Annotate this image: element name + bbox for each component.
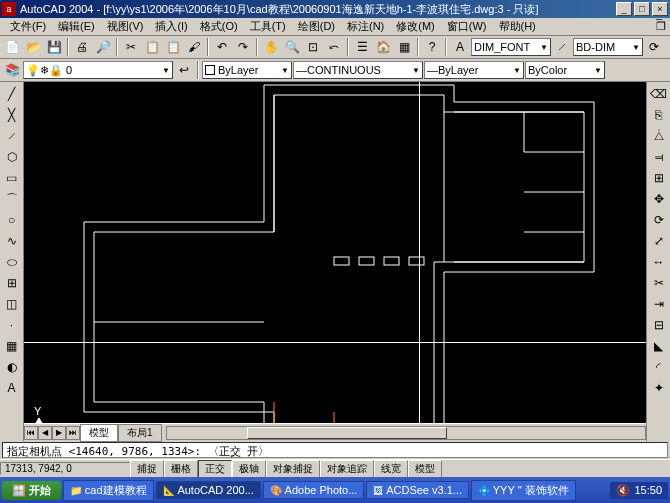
point-icon[interactable]: · xyxy=(2,315,22,335)
save-icon[interactable] xyxy=(44,37,64,57)
match-icon[interactable]: 🖌 xyxy=(184,37,204,57)
layer-dropdown[interactable]: 💡❄🔒 0▼ xyxy=(23,61,173,79)
offset-icon[interactable]: ⫤ xyxy=(649,147,669,167)
break-icon[interactable]: ⊟ xyxy=(649,315,669,335)
dim-update-icon[interactable]: ⟳ xyxy=(644,37,664,57)
tab-layout1[interactable]: 布局1 xyxy=(118,424,162,442)
maximize-button[interactable]: □ xyxy=(634,2,650,16)
copy-icon[interactable] xyxy=(142,37,162,57)
lineweight-dropdown[interactable]: — ByLayer▼ xyxy=(424,61,524,79)
trim-icon[interactable]: ✂ xyxy=(649,273,669,293)
drawing-canvas[interactable]: X Y xyxy=(24,82,646,423)
menu-help[interactable]: 帮助(H) xyxy=(493,18,542,35)
rotate-icon[interactable]: ⟳ xyxy=(649,210,669,230)
menu-tools[interactable]: 工具(T) xyxy=(244,18,292,35)
copy-object-icon[interactable]: ⎘ xyxy=(649,105,669,125)
taskbar-item-1[interactable]: 📁 cad建模教程 xyxy=(63,480,154,501)
preview-icon[interactable]: 🔎 xyxy=(93,37,113,57)
scale-icon[interactable]: ⤢ xyxy=(649,231,669,251)
fillet-icon[interactable]: ◜ xyxy=(649,357,669,377)
menu-view[interactable]: 视图(V) xyxy=(101,18,150,35)
polygon-icon[interactable]: ⬡ xyxy=(2,147,22,167)
zoom-icon[interactable] xyxy=(282,37,302,57)
dim-icon[interactable]: A xyxy=(450,37,470,57)
ellipse-icon[interactable]: ⬭ xyxy=(2,252,22,272)
layer-prev-icon[interactable]: ↩ xyxy=(174,60,194,80)
layer-manager-icon[interactable]: 📚 xyxy=(2,60,22,80)
menu-insert[interactable]: 插入(I) xyxy=(149,18,193,35)
dim-style-icon[interactable]: ⟋ xyxy=(552,37,572,57)
properties-icon[interactable]: ☰ xyxy=(352,37,372,57)
menu-modify[interactable]: 修改(M) xyxy=(390,18,441,35)
insert-icon[interactable]: ⊞ xyxy=(2,273,22,293)
arc-icon[interactable]: ⌒ xyxy=(2,189,22,209)
region-icon[interactable]: ◐ xyxy=(2,357,22,377)
tab-next-icon[interactable]: ▶ xyxy=(52,426,66,440)
tab-first-icon[interactable]: ⏮ xyxy=(24,426,38,440)
zoom-window-icon[interactable]: ⊡ xyxy=(303,37,323,57)
redo-icon[interactable] xyxy=(233,37,253,57)
ortho-button[interactable]: 正交 xyxy=(198,460,232,478)
doc-minimize-button[interactable]: _ xyxy=(656,8,666,20)
line-icon[interactable]: ╱ xyxy=(2,84,22,104)
mirror-icon[interactable]: ⧊ xyxy=(649,126,669,146)
model-button[interactable]: 模型 xyxy=(408,460,442,478)
otrack-button[interactable]: 对象追踪 xyxy=(320,460,374,478)
pan-icon[interactable] xyxy=(261,37,281,57)
xline-icon[interactable]: ╳ xyxy=(2,105,22,125)
osnap-button[interactable]: 对象捕捉 xyxy=(266,460,320,478)
menu-window[interactable]: 窗口(W) xyxy=(441,18,493,35)
new-icon[interactable] xyxy=(2,37,22,57)
open-icon[interactable] xyxy=(23,37,43,57)
menu-edit[interactable]: 编辑(E) xyxy=(52,18,101,35)
rectangle-icon[interactable]: ▭ xyxy=(2,168,22,188)
tab-model[interactable]: 模型 xyxy=(80,424,118,442)
spline-icon[interactable]: ∿ xyxy=(2,231,22,251)
move-icon[interactable]: ✥ xyxy=(649,189,669,209)
grid-button[interactable]: 栅格 xyxy=(164,460,198,478)
minimize-button[interactable]: _ xyxy=(616,2,632,16)
help-icon[interactable] xyxy=(422,37,442,57)
taskbar-item-4[interactable]: 🖼 ACDSee v3.1... xyxy=(366,481,469,499)
menu-format[interactable]: 格式(O) xyxy=(194,18,244,35)
explode-icon[interactable]: ✦ xyxy=(649,378,669,398)
print-icon[interactable] xyxy=(72,37,92,57)
hscrollbar[interactable] xyxy=(166,426,646,440)
dimstyle-dropdown[interactable]: BD-DIM▼ xyxy=(573,38,643,56)
polar-button[interactable]: 极轴 xyxy=(232,460,266,478)
undo-icon[interactable] xyxy=(212,37,232,57)
circle-icon[interactable]: ○ xyxy=(2,210,22,230)
plotstyle-dropdown[interactable]: ByColor▼ xyxy=(525,61,605,79)
pline-icon[interactable]: ⟋ xyxy=(2,126,22,146)
doc-restore-button[interactable]: ❐ xyxy=(656,20,666,33)
menu-draw[interactable]: 绘图(D) xyxy=(292,18,341,35)
tab-last-icon[interactable]: ⏭ xyxy=(66,426,80,440)
array-icon[interactable]: ⊞ xyxy=(649,168,669,188)
tab-prev-icon[interactable]: ◀ xyxy=(38,426,52,440)
paste-icon[interactable] xyxy=(163,37,183,57)
start-button[interactable]: 🪟 开始 xyxy=(2,481,61,500)
snap-button[interactable]: 捕捉 xyxy=(130,460,164,478)
color-dropdown[interactable]: ByLayer▼ xyxy=(202,61,292,79)
cut-icon[interactable] xyxy=(121,37,141,57)
taskbar-item-3[interactable]: 🎨 Adobe Photo... xyxy=(263,481,365,499)
extend-icon[interactable]: ⇥ xyxy=(649,294,669,314)
zoom-prev-icon[interactable]: ⤺ xyxy=(324,37,344,57)
menu-file[interactable]: 文件(F) xyxy=(4,18,52,35)
taskbar-item-5[interactable]: 💠 YYY '' 装饰软件 xyxy=(471,480,576,501)
lwt-button[interactable]: 线宽 xyxy=(374,460,408,478)
erase-icon[interactable]: ⌫ xyxy=(649,84,669,104)
menu-dimension[interactable]: 标注(N) xyxy=(341,18,390,35)
chamfer-icon[interactable]: ◣ xyxy=(649,336,669,356)
tool-palette-icon[interactable]: ▦ xyxy=(394,37,414,57)
dimfont-dropdown[interactable]: DIM_FONT▼ xyxy=(471,38,551,56)
linetype-dropdown[interactable]: — CONTINUOUS▼ xyxy=(293,61,423,79)
block-icon[interactable]: ◫ xyxy=(2,294,22,314)
system-tray[interactable]: 🔇15:50 xyxy=(610,482,668,499)
hatch-icon[interactable]: ▦ xyxy=(2,336,22,356)
stretch-icon[interactable]: ↔ xyxy=(649,252,669,272)
taskbar-item-2[interactable]: 📐 AutoCAD 200... xyxy=(156,481,261,499)
text-icon[interactable]: A xyxy=(2,378,22,398)
command-line[interactable]: 指定相机点 <14640, 9786, 1334>: 〈正交 开〉 xyxy=(2,442,668,458)
design-center-icon[interactable]: 🏠 xyxy=(373,37,393,57)
